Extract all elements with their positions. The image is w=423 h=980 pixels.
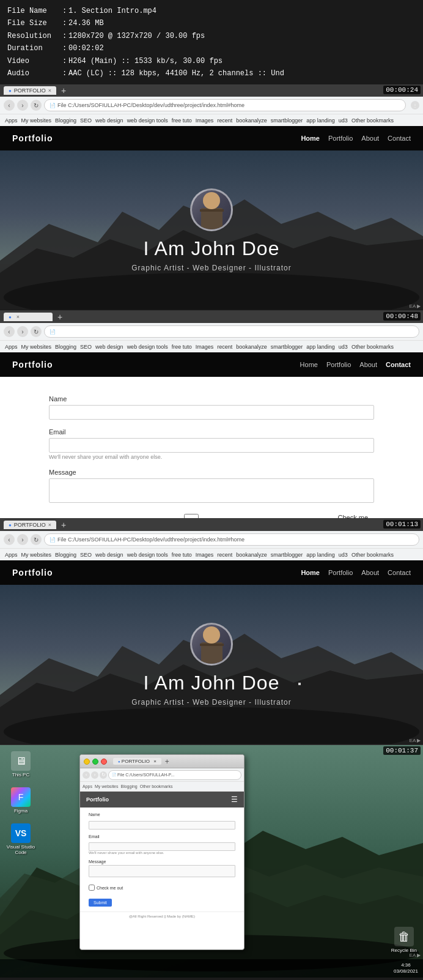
- bookmark-smartblogger-3[interactable]: smartblogger: [271, 552, 303, 558]
- bookmark-webdesigntools-3[interactable]: web design tools: [127, 552, 168, 558]
- mini-email-input[interactable]: [89, 842, 235, 851]
- bookmark-seo[interactable]: SEO: [80, 117, 92, 124]
- bookmark-applanding-3[interactable]: app landing: [306, 552, 335, 558]
- bookmark-seo-2[interactable]: SEO: [80, 344, 92, 350]
- mini-message-input[interactable]: [89, 865, 235, 877]
- bookmark-apps[interactable]: Apps: [5, 117, 18, 124]
- mini-reload-btn[interactable]: ↻: [100, 771, 107, 779]
- new-tab-button-2[interactable]: +: [55, 312, 65, 322]
- mini-bm-mywebsites[interactable]: My websites: [95, 784, 119, 789]
- bookmark-webdesign[interactable]: web design: [95, 117, 123, 124]
- address-bar-1[interactable]: 📄 File C:/Users/SOFIULLAH-PC/Desktop/dev…: [44, 99, 406, 111]
- forward-button-3[interactable]: ›: [17, 534, 28, 545]
- tab-close-icon-3[interactable]: ×: [48, 522, 51, 528]
- address-bar-2[interactable]: 📄: [44, 325, 419, 338]
- mini-name-input[interactable]: [89, 821, 235, 830]
- bookmark-smartblogger-2[interactable]: smartblogger: [271, 344, 303, 350]
- mini-bm-other[interactable]: Other bookmarks: [140, 784, 173, 789]
- bookmark-blogging-3[interactable]: Blogging: [55, 552, 76, 558]
- bookmark-recent[interactable]: recent: [217, 117, 232, 124]
- nav-about-1[interactable]: About: [361, 135, 379, 142]
- nav-home-2[interactable]: Home: [300, 361, 318, 368]
- bookmark-other-2[interactable]: Other bookmarks: [351, 344, 394, 350]
- bookmark-blogging[interactable]: Blogging: [55, 117, 76, 124]
- desktop-icon-figma[interactable]: F Figma: [5, 787, 37, 814]
- bookmark-images[interactable]: Images: [196, 117, 214, 124]
- bookmark-freetuto-3[interactable]: free tuto: [172, 552, 192, 558]
- nav-portfolio-3[interactable]: Portfolio: [328, 569, 353, 576]
- forward-button[interactable]: ›: [17, 100, 28, 111]
- nav-home-3[interactable]: Home: [301, 569, 320, 576]
- bookmark-ud3[interactable]: ud3: [339, 117, 348, 124]
- back-button-3[interactable]: ‹: [4, 534, 15, 545]
- recycle-bin-icon[interactable]: 🗑 Recycle Bin: [391, 927, 417, 953]
- mini-checkbox[interactable]: [89, 885, 95, 891]
- browser-tab-2[interactable]: ● ×: [4, 313, 53, 321]
- nav-contact-3[interactable]: Contact: [388, 569, 411, 576]
- bookmark-bookanalyze-3[interactable]: bookanalyze: [236, 552, 267, 558]
- bookmark-webdesign-2[interactable]: web design: [95, 344, 123, 350]
- extensions-icon[interactable]: ⋮: [411, 101, 419, 110]
- new-tab-button[interactable]: +: [59, 86, 68, 95]
- tab-close-icon-2[interactable]: ×: [17, 314, 20, 320]
- nav-contact-1[interactable]: Contact: [388, 135, 411, 142]
- bookmark-bookanalyze-2[interactable]: bookanalyze: [236, 344, 267, 350]
- bookmark-images-2[interactable]: Images: [196, 344, 214, 350]
- mini-bm-blogging[interactable]: Blogging: [120, 784, 137, 789]
- bookmark-recent-2[interactable]: recent: [217, 344, 232, 350]
- mini-bm-apps[interactable]: Apps: [83, 784, 92, 789]
- bookmark-mywebsites-3[interactable]: My websites: [21, 552, 52, 558]
- bookmark-recent-3[interactable]: recent: [217, 552, 232, 558]
- reload-button-3[interactable]: ↻: [31, 534, 42, 545]
- nav-contact-2[interactable]: Contact: [386, 361, 411, 368]
- hamburger-icon[interactable]: ☰: [231, 795, 238, 804]
- reload-button-2[interactable]: ↻: [31, 326, 42, 337]
- bookmark-images-3[interactable]: Images: [196, 552, 214, 558]
- new-tab-button-3[interactable]: +: [59, 520, 68, 530]
- nav-portfolio-1[interactable]: Portfolio: [328, 135, 353, 142]
- check-me-checkbox[interactable]: [49, 514, 334, 519]
- address-bar-3[interactable]: 📄 File C:/Users/SOFIULLAH-PC/Desktop/dev…: [44, 533, 419, 546]
- win-close-btn[interactable]: [101, 759, 107, 765]
- bookmark-ud3-3[interactable]: ud3: [339, 552, 348, 558]
- bookmark-mywebsites[interactable]: My websites: [21, 117, 52, 124]
- desktop-icon-pc[interactable]: 🖥 This PC: [5, 751, 37, 778]
- bookmark-other-3[interactable]: Other bookmarks: [351, 552, 394, 558]
- mini-back-btn[interactable]: ‹: [83, 771, 90, 779]
- tab-close-icon[interactable]: ×: [48, 87, 51, 94]
- back-button-2[interactable]: ‹: [4, 326, 15, 337]
- bookmark-apps-3[interactable]: Apps: [5, 552, 18, 558]
- bookmark-freetuto[interactable]: free tuto: [172, 117, 192, 124]
- browser-tab-1[interactable]: ● PORTFOLIO ×: [4, 86, 56, 95]
- mini-browser-tab[interactable]: ● PORTFOLIO ×: [113, 758, 161, 765]
- bookmark-bookanalyze[interactable]: bookanalyze: [236, 117, 267, 124]
- nav-portfolio-2[interactable]: Portfolio: [326, 361, 351, 368]
- message-input[interactable]: [49, 478, 374, 503]
- name-input[interactable]: [49, 405, 374, 420]
- back-button[interactable]: ‹: [4, 100, 15, 111]
- bookmark-seo-3[interactable]: SEO: [80, 552, 92, 558]
- nav-about-3[interactable]: About: [361, 569, 379, 576]
- browser-tab-3[interactable]: ● PORTFOLIO ×: [4, 521, 56, 529]
- bookmark-ud3-2[interactable]: ud3: [339, 344, 348, 350]
- mini-forward-btn[interactable]: ›: [91, 771, 98, 779]
- bookmark-applanding[interactable]: app landing: [306, 117, 335, 124]
- win-maximize-btn[interactable]: [92, 759, 98, 765]
- email-input[interactable]: [49, 438, 374, 453]
- bookmark-mywebsites-2[interactable]: My websites: [21, 344, 52, 350]
- mini-address-bar[interactable]: 📄 File C:/Users/SOFIULLAH-P...: [108, 770, 241, 780]
- bookmark-blogging-2[interactable]: Blogging: [55, 344, 76, 350]
- bookmark-other[interactable]: Other bookmarks: [351, 117, 394, 124]
- bookmark-smartblogger[interactable]: smartblogger: [271, 117, 303, 124]
- mini-new-tab[interactable]: +: [165, 757, 169, 766]
- bookmark-webdesigntools-2[interactable]: web design tools: [127, 344, 168, 350]
- reload-button[interactable]: ↻: [31, 100, 42, 111]
- desktop-icon-vscode[interactable]: VS Visual Studio Code: [5, 823, 37, 855]
- mini-submit-button[interactable]: Submit: [89, 899, 112, 907]
- forward-button-2[interactable]: ›: [17, 326, 28, 337]
- bookmark-webdesigntools[interactable]: web design tools: [127, 117, 168, 124]
- bookmark-apps-2[interactable]: Apps: [5, 344, 18, 350]
- mini-tab-close[interactable]: ×: [153, 759, 156, 764]
- bookmark-freetuto-2[interactable]: free tuto: [172, 344, 192, 350]
- nav-home-1[interactable]: Home: [301, 135, 320, 142]
